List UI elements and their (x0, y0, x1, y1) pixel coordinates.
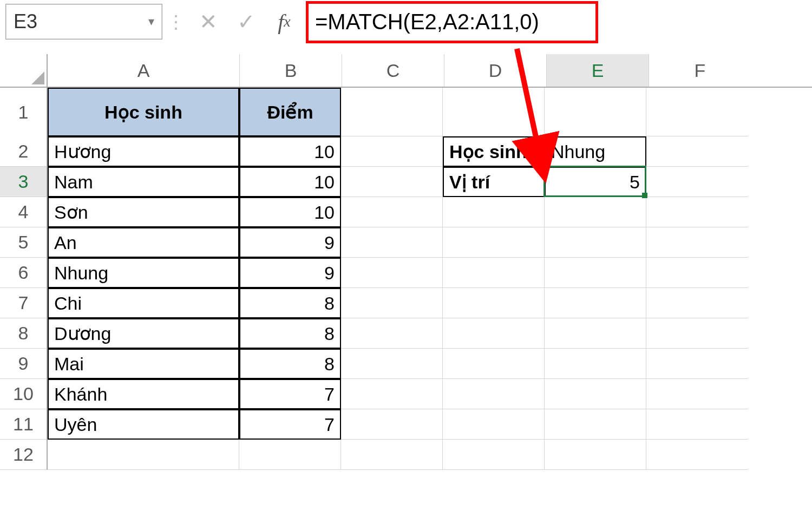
row-header-9[interactable]: 9 (0, 349, 48, 379)
cell-B7[interactable]: 8 (239, 288, 341, 318)
cell-C8[interactable] (341, 318, 443, 349)
fx-icon[interactable]: fx (265, 4, 303, 40)
cell-E10[interactable] (545, 379, 646, 409)
cell-C10[interactable] (341, 379, 443, 409)
column-header-B[interactable]: B (240, 54, 342, 87)
cell-C9[interactable] (341, 349, 443, 379)
cell-B11[interactable]: 7 (239, 409, 341, 440)
cell-C2[interactable] (341, 136, 443, 167)
row-header-8[interactable]: 8 (0, 318, 48, 349)
cancel-icon[interactable]: ✕ (189, 4, 227, 40)
cell-C4[interactable] (341, 197, 443, 227)
row-header-11[interactable]: 11 (0, 409, 48, 440)
cell-D1[interactable] (443, 88, 545, 136)
cell-B1[interactable]: Điểm (239, 88, 341, 136)
cell-F5[interactable] (646, 227, 748, 258)
row-header-1[interactable]: 1 (0, 88, 48, 137)
cell-E6[interactable] (545, 258, 646, 288)
cell-E11[interactable] (545, 409, 646, 440)
cell-B10[interactable]: 7 (239, 379, 341, 409)
cell-D9[interactable] (443, 349, 545, 379)
cell-E7[interactable] (545, 288, 646, 318)
cell-B2[interactable]: 10 (239, 136, 341, 167)
cell-A3[interactable]: Nam (48, 167, 239, 197)
column-header-D[interactable]: D (444, 54, 547, 87)
cell-A4[interactable]: Sơn (48, 197, 239, 227)
cell-E3[interactable]: 5 (545, 167, 646, 197)
cell-A9[interactable]: Mai (48, 349, 239, 379)
row-header-5[interactable]: 5 (0, 227, 48, 258)
cell-F2[interactable] (646, 136, 748, 167)
row-header-10[interactable]: 10 (0, 379, 48, 409)
cell-B9[interactable]: 8 (239, 349, 341, 379)
row-header-3[interactable]: 3 (0, 167, 48, 197)
cell-F11[interactable] (646, 409, 748, 440)
cell-F8[interactable] (646, 318, 748, 349)
formula-bar-separator-icon: ⋮ (162, 11, 189, 32)
row-header-4[interactable]: 4 (0, 197, 48, 227)
cell-C12[interactable] (341, 440, 443, 470)
cell-C5[interactable] (341, 227, 443, 258)
column-header-E[interactable]: E (547, 54, 649, 87)
cell-F7[interactable] (646, 288, 748, 318)
cell-D3[interactable]: Vị trí (443, 167, 545, 197)
row-header-2[interactable]: 2 (0, 136, 48, 167)
cell-A10[interactable]: Khánh (48, 379, 239, 409)
cell-D11[interactable] (443, 409, 545, 440)
cell-C6[interactable] (341, 258, 443, 288)
cell-B6[interactable]: 9 (239, 258, 341, 288)
cell-F6[interactable] (646, 258, 748, 288)
cell-A1[interactable]: Học sinh (48, 88, 239, 136)
cell-A2[interactable]: Hương (48, 136, 239, 167)
column-header-F[interactable]: F (649, 54, 751, 87)
select-all-corner[interactable] (0, 54, 48, 87)
cell-D5[interactable] (443, 227, 545, 258)
cell-D2[interactable]: Học sinh (443, 136, 545, 167)
cell-B12[interactable] (239, 440, 341, 470)
cell-D10[interactable] (443, 379, 545, 409)
table-row: 7 Chi 8 (0, 288, 812, 318)
cell-D12[interactable] (443, 440, 545, 470)
row-header-7[interactable]: 7 (0, 288, 48, 318)
cell-C1[interactable] (341, 88, 443, 136)
cell-B8[interactable]: 8 (239, 318, 341, 349)
cell-E2[interactable]: Nhung (545, 136, 646, 167)
cell-E12[interactable] (545, 440, 646, 470)
enter-icon[interactable]: ✓ (227, 4, 265, 40)
cell-A7[interactable]: Chi (48, 288, 239, 318)
cell-C7[interactable] (341, 288, 443, 318)
cell-A12[interactable] (48, 440, 239, 470)
cell-E9[interactable] (545, 349, 646, 379)
cell-E8[interactable] (545, 318, 646, 349)
column-header-A[interactable]: A (48, 54, 240, 87)
cell-A6[interactable]: Nhung (48, 258, 239, 288)
cell-B4[interactable]: 10 (239, 197, 341, 227)
formula-input[interactable]: =MATCH(E2,A2:A11,0) (303, 4, 812, 40)
row-header-6[interactable]: 6 (0, 258, 48, 288)
cell-A8[interactable]: Dương (48, 318, 239, 349)
cell-A5[interactable]: An (48, 227, 239, 258)
cell-A11[interactable]: Uyên (48, 409, 239, 440)
cell-D6[interactable] (443, 258, 545, 288)
cell-F10[interactable] (646, 379, 748, 409)
spreadsheet-grid: A B C D E F 1 Học sinh Điểm 2 Hương 10 H… (0, 54, 812, 470)
name-box-dropdown-icon[interactable]: ▾ (148, 15, 154, 29)
cell-F1[interactable] (646, 88, 748, 136)
cell-E1[interactable] (545, 88, 646, 136)
cell-D7[interactable] (443, 288, 545, 318)
cell-C3[interactable] (341, 167, 443, 197)
cell-B3[interactable]: 10 (239, 167, 341, 197)
cell-E4[interactable] (545, 197, 646, 227)
cell-C11[interactable] (341, 409, 443, 440)
cell-F3[interactable] (646, 167, 748, 197)
cell-E5[interactable] (545, 227, 646, 258)
cell-F12[interactable] (646, 440, 748, 470)
cell-F9[interactable] (646, 349, 748, 379)
name-box[interactable]: E3 ▾ (5, 4, 162, 40)
column-header-C[interactable]: C (342, 54, 444, 87)
cell-F4[interactable] (646, 197, 748, 227)
cell-B5[interactable]: 9 (239, 227, 341, 258)
cell-D4[interactable] (443, 197, 545, 227)
row-header-12[interactable]: 12 (0, 440, 48, 470)
cell-D8[interactable] (443, 318, 545, 349)
